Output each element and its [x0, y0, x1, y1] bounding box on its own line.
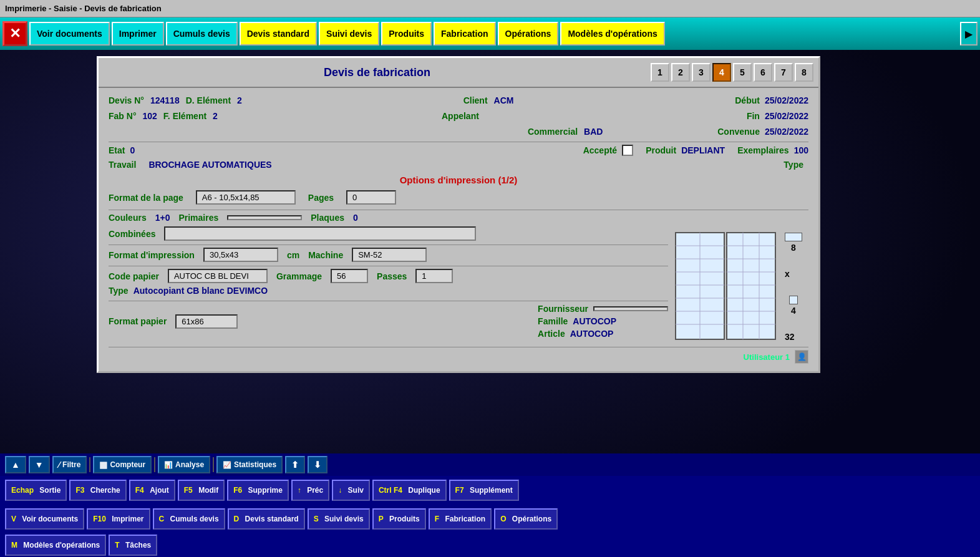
tab-btn-8[interactable]: 8 — [795, 63, 813, 82]
format-impression-input[interactable]: 30,5x43 — [203, 248, 278, 262]
c-cumuls-btn[interactable]: C Cumuls devis — [153, 508, 225, 530]
grid-small-box2 — [789, 296, 798, 304]
produit-label: Produit — [646, 145, 676, 155]
cm-label: cm — [287, 250, 299, 260]
suiv-btn[interactable]: ↓ Suiv — [332, 480, 370, 501]
format-papier-input[interactable]: 61x86 — [175, 314, 238, 329]
fournisseur-input[interactable] — [593, 306, 668, 311]
util-analyse-btn[interactable]: 📊Analyse — [158, 456, 210, 473]
util-up2-btn[interactable]: ⬆ — [285, 456, 305, 473]
util-bar: ▲ ▼ ⁄Filtre ▦Compteur 📊Analyse 📈Statisti… — [0, 453, 980, 476]
f-element-value: 2 — [213, 111, 218, 121]
f7-supplement-btn[interactable]: F7 Supplément — [449, 480, 519, 501]
passes-input[interactable]: 1 — [415, 269, 453, 283]
d-devis-btn[interactable]: D Devis standard — [228, 508, 305, 530]
format-impression-label: Format d'impression — [109, 250, 195, 260]
pages-label: Pages — [308, 193, 334, 203]
debut-label: Début — [735, 95, 760, 105]
separator-5 — [109, 301, 668, 301]
format-page-label: Format de la page — [109, 193, 183, 203]
v-voir-btn[interactable]: V Voir documents — [5, 508, 84, 530]
separator-1 — [109, 142, 808, 142]
etat-value: 0 — [130, 145, 135, 155]
util-stats-btn[interactable]: 📈Statistiques — [216, 456, 283, 473]
f10-imprimer-btn[interactable]: F10 Imprimer — [87, 508, 150, 530]
accepte-checkbox[interactable] — [622, 145, 633, 156]
menu-btn-fabrication[interactable]: Fabrication — [434, 22, 495, 46]
primaires-label: Primaires — [178, 213, 218, 223]
format-page-input[interactable]: A6 - 10,5x14,85 — [196, 190, 296, 205]
tab-btn-6[interactable]: 6 — [754, 63, 772, 82]
tab-btn-7[interactable]: 7 — [774, 63, 793, 82]
menu-btn-voir-documents[interactable]: Voir documents — [29, 22, 110, 46]
d-element-value: 2 — [237, 95, 242, 105]
s-suivi-btn[interactable]: S Suivi devis — [308, 508, 370, 530]
dialog-title-bar: Devis de fabrication 1 2 3 4 5 6 7 8 — [99, 58, 818, 88]
ctrlf4-duplique-btn[interactable]: Ctrl F4 Duplique — [372, 480, 447, 501]
f-fabrication-btn[interactable]: F Fabrication — [429, 508, 492, 530]
m-modeles-btn[interactable]: M Modèles d'opérations — [5, 535, 106, 556]
f3-cherche-btn[interactable]: F3 Cherche — [69, 480, 126, 501]
grammage-label: Grammage — [276, 271, 322, 281]
p-produits-btn[interactable]: P Produits — [372, 508, 426, 530]
machine-input[interactable]: SM-52 — [352, 248, 427, 262]
util-down2-btn[interactable]: ⬇ — [308, 456, 327, 473]
f6-supprime-btn[interactable]: F6 Supprime — [227, 480, 289, 501]
util-divider3 — [213, 457, 214, 472]
echap-sortie-btn[interactable]: Echap Sortie — [5, 480, 67, 501]
menu-btn-suivi-devis[interactable]: Suivi devis — [319, 22, 379, 46]
tab-btn-5[interactable]: 5 — [733, 63, 752, 82]
menu-arrow[interactable]: ▶ — [960, 22, 978, 46]
title-text: Imprimerie - Saisie - Devis de fabricati… — [5, 4, 162, 13]
f-element-label: F. Elément — [163, 111, 206, 121]
code-papier-input[interactable]: AUTOC CB BL DEVI — [168, 269, 268, 283]
svg-rect-9 — [727, 233, 775, 339]
grid-container: 8 x 4 32 — [674, 231, 802, 343]
passes-label: Passes — [377, 271, 407, 281]
menu-btn-cumuls-devis[interactable]: Cumuls devis — [166, 22, 238, 46]
util-up-btn[interactable]: ▲ — [5, 456, 26, 473]
util-compteur-btn[interactable]: ▦Compteur — [93, 456, 152, 473]
util-down-btn[interactable]: ▼ — [29, 456, 50, 473]
menu-btn-modeles-operations[interactable]: Modèles d'opérations — [560, 22, 664, 46]
title-bar: Imprimerie - Saisie - Devis de fabricati… — [0, 0, 980, 17]
machine-label: Machine — [308, 250, 343, 260]
client-value: ACM — [494, 95, 514, 105]
f5-modif-btn[interactable]: F5 Modif — [178, 480, 225, 501]
t-taches-btn[interactable]: T Tâches — [109, 535, 157, 556]
util-filtre-btn[interactable]: ⁄Filtre — [52, 456, 87, 473]
bottom-row1: Echap Sortie F3 Cherche F4 Ajout F5 Modi… — [0, 476, 980, 505]
menu-btn-produits[interactable]: Produits — [381, 22, 432, 46]
bottom-row2: V Voir documents F10 Imprimer C Cumuls d… — [0, 505, 980, 533]
appelant-value — [485, 110, 523, 122]
menu-btn-operations[interactable]: Opérations — [498, 22, 559, 46]
o-operations-btn[interactable]: O Opérations — [494, 508, 558, 530]
close-button[interactable]: ✕ — [2, 21, 27, 46]
code-papier-label: Code papier — [109, 271, 159, 281]
grid-label-32: 32 — [785, 332, 795, 342]
grid-label-8: 8 — [791, 243, 796, 253]
f4-ajout-btn[interactable]: F4 Ajout — [129, 480, 175, 501]
primaires-input[interactable] — [227, 215, 302, 220]
menu-btn-imprimer[interactable]: Imprimer — [112, 22, 164, 46]
bottom-row3: M Modèles d'opérations T Tâches — [0, 533, 980, 557]
grammage-input[interactable]: 56 — [331, 269, 368, 283]
prec-btn[interactable]: ↑ Préc — [291, 480, 329, 501]
dialog-content: Devis N° 124118 D. Elément 2 Client ACM … — [99, 88, 818, 371]
tab-btn-3[interactable]: 3 — [692, 63, 711, 82]
grid-section: 8 x 4 32 — [674, 231, 808, 343]
tab-buttons: 1 2 3 4 5 6 7 8 — [651, 63, 813, 82]
type2-value: Autocopiant CB blanc DEVIMCO — [133, 286, 268, 296]
famille-label: Famille — [538, 316, 568, 326]
grid-label-4: 4 — [791, 306, 796, 316]
tab-btn-1[interactable]: 1 — [651, 63, 669, 82]
utilisateur-label: Utilisateur 1 — [744, 352, 790, 362]
combinees-input[interactable] — [164, 226, 476, 241]
tab-btn-4[interactable]: 4 — [712, 63, 731, 82]
tab-btn-2[interactable]: 2 — [671, 63, 690, 82]
pages-input[interactable]: 0 — [346, 190, 396, 205]
menu-btn-devis-standard[interactable]: Devis standard — [240, 22, 317, 46]
combinees-label: Combinées — [109, 229, 155, 239]
debut-value: 25/02/2022 — [765, 95, 808, 105]
plaques-value: 0 — [353, 213, 358, 223]
